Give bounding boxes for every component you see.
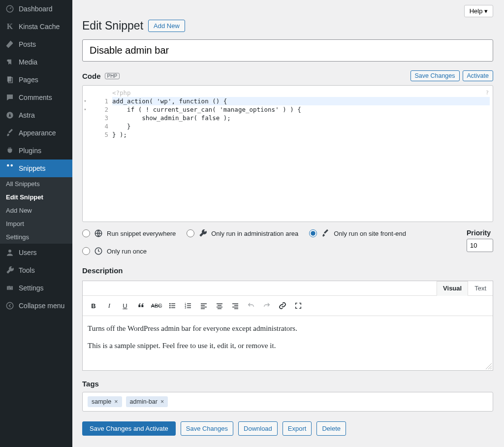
sidebar-sub-item[interactable]: All Snippets: [0, 177, 72, 191]
sidebar-sub-item[interactable]: Settings: [0, 230, 72, 244]
sidebar-item-posts[interactable]: Posts: [0, 35, 72, 53]
svg-rect-15: [171, 305, 175, 306]
sidebar-item-label: Users: [19, 249, 37, 256]
scope-everywhere[interactable]: Run snippet everywhere: [82, 229, 176, 238]
wrench-icon: [198, 229, 207, 238]
bullet-list-icon[interactable]: [165, 299, 179, 313]
quote-icon[interactable]: [134, 299, 148, 313]
resize-handle-icon[interactable]: [486, 363, 492, 369]
code-line[interactable]: show_admin_bar( false );: [112, 114, 490, 122]
code-editor[interactable]: ▾▾ 12345 <?php ? add_action( 'wp', funct…: [82, 85, 493, 222]
delete-button[interactable]: Delete: [316, 421, 346, 436]
add-new-button[interactable]: Add New: [148, 20, 185, 32]
pages-icon: [5, 75, 15, 85]
editor-content[interactable]: Turns off the WordPress admin bar for ev…: [83, 316, 493, 370]
scope-options: Run snippet everywhere Only run in admin…: [82, 229, 457, 255]
sidebar-sub-item[interactable]: Import: [0, 217, 72, 230]
sidebar-item-label: Astra: [19, 111, 35, 119]
sidebar-sub-item[interactable]: Add New: [0, 204, 72, 217]
svg-rect-23: [201, 303, 207, 304]
svg-rect-29: [217, 307, 222, 307]
fullscreen-icon[interactable]: [291, 299, 305, 313]
italic-icon[interactable]: I: [102, 299, 116, 313]
align-left-icon[interactable]: [197, 299, 211, 313]
snippet-title-input[interactable]: [82, 39, 493, 62]
code-line[interactable]: add_action( 'wp', function () {: [112, 97, 490, 105]
sidebar-item-label: Plugins: [19, 147, 41, 155]
scope-label: Only run in administration area: [211, 230, 298, 237]
code-line[interactable]: if ( ! current_user_can( 'manage_options…: [112, 105, 490, 114]
tag-item[interactable]: sample×: [88, 396, 122, 407]
svg-rect-14: [171, 303, 175, 304]
svg-rect-31: [232, 303, 238, 304]
scope-frontend[interactable]: Only run on site front-end: [309, 229, 406, 238]
code-help-icon[interactable]: ?: [485, 89, 489, 97]
tag-remove-icon[interactable]: ×: [114, 398, 118, 405]
scope-label: Only run on site front-end: [334, 230, 406, 237]
code-label: Code: [82, 72, 101, 80]
brush-icon: [321, 229, 330, 238]
sidebar-item-label: Settings: [19, 284, 44, 292]
sidebar-item-collapse[interactable]: Collapse menu: [0, 297, 72, 315]
download-button[interactable]: Download: [238, 421, 278, 436]
scope-admin[interactable]: Only run in administration area: [187, 229, 298, 238]
sidebar-item-media[interactable]: Media: [0, 53, 72, 71]
sidebar-item-tools[interactable]: Tools: [0, 261, 72, 279]
description-paragraph: Turns off the WordPress admin bar for ev…: [88, 323, 488, 334]
redo-icon[interactable]: [260, 299, 274, 313]
export-button[interactable]: Export: [283, 421, 312, 436]
strikethrough-icon[interactable]: ABC: [150, 299, 163, 313]
code-line[interactable]: } );: [112, 130, 490, 139]
kinsta-cache-icon: K: [5, 22, 15, 32]
link-icon[interactable]: [276, 299, 289, 313]
description-paragraph: This is a sample snippet. Feel free to u…: [88, 340, 488, 351]
scope-once[interactable]: Only run once: [82, 247, 457, 255]
sidebar-item-label: Posts: [19, 40, 36, 48]
svg-point-13: [169, 307, 171, 309]
undo-icon[interactable]: [244, 299, 258, 313]
svg-rect-24: [201, 305, 205, 306]
svg-rect-28: [218, 305, 221, 306]
svg-point-8: [6, 302, 13, 309]
svg-rect-34: [234, 308, 238, 309]
tag-label: sample: [92, 398, 111, 405]
bold-icon[interactable]: B: [87, 299, 100, 313]
sidebar-item-kinsta-cache[interactable]: KKinsta Cache: [0, 18, 72, 35]
align-right-icon[interactable]: [228, 299, 242, 313]
media-icon: [5, 57, 15, 67]
sidebar-item-plugins[interactable]: Plugins: [0, 142, 72, 160]
astra-icon: [5, 110, 15, 120]
align-center-icon[interactable]: [213, 299, 226, 313]
main-content: Help ▾ Edit Snippet Add New Code PHP Sav…: [72, 0, 504, 447]
svg-rect-21: [187, 305, 191, 306]
code-line[interactable]: }: [112, 122, 490, 130]
sidebar-item-label: Tools: [19, 266, 35, 274]
sidebar-item-snippets[interactable]: Snippets: [0, 160, 72, 177]
svg-rect-30: [218, 308, 221, 309]
activate-button[interactable]: Activate: [463, 70, 493, 81]
sidebar-item-pages[interactable]: Pages: [0, 71, 72, 89]
numbered-list-icon[interactable]: 123: [181, 299, 195, 313]
sidebar-item-astra[interactable]: Astra: [0, 106, 72, 124]
save-changes-button[interactable]: Save Changes: [410, 70, 460, 81]
sidebar-item-dashboard[interactable]: Dashboard: [0, 0, 72, 18]
save-changes-button-bottom[interactable]: Save Changes: [181, 421, 233, 436]
underline-icon[interactable]: U: [118, 299, 132, 313]
tag-item[interactable]: admin-bar×: [126, 396, 168, 407]
tag-remove-icon[interactable]: ×: [160, 398, 164, 405]
tab-visual[interactable]: Visual: [437, 281, 468, 296]
sidebar-sub-item[interactable]: Edit Snippet: [0, 191, 72, 204]
sidebar-item-appearance[interactable]: Appearance: [0, 124, 72, 142]
sidebar-item-label: Collapse menu: [19, 302, 64, 310]
tags-input[interactable]: sample×admin-bar×: [82, 392, 493, 412]
sidebar-item-comments[interactable]: Comments: [0, 89, 72, 106]
sidebar-item-users[interactable]: Users: [0, 244, 72, 261]
save-activate-button[interactable]: Save Changes and Activate: [82, 421, 176, 436]
priority-input[interactable]: [467, 239, 493, 252]
sidebar-item-label: Pages: [19, 76, 38, 84]
svg-point-5: [8, 250, 11, 253]
help-button[interactable]: Help ▾: [464, 5, 493, 17]
sidebar-item-settings[interactable]: Settings: [0, 279, 72, 297]
collapse-icon: [5, 301, 15, 311]
tab-text[interactable]: Text: [468, 281, 493, 295]
